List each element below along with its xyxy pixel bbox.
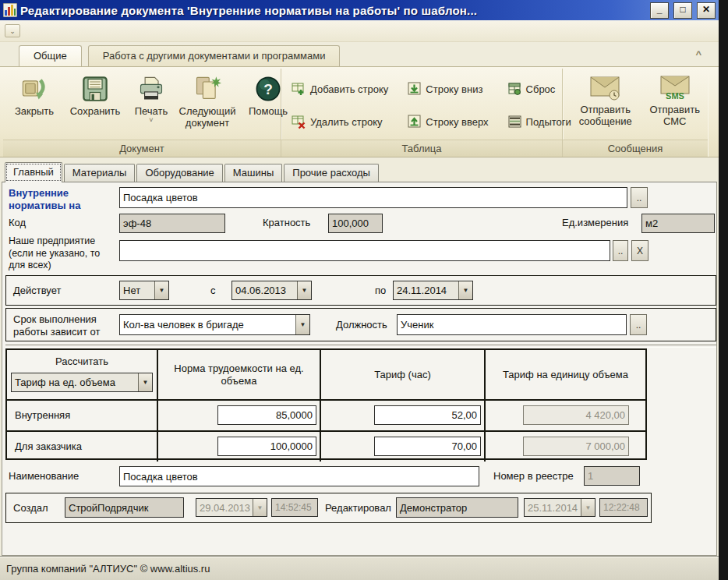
ribbon-group-document: Закрыть Сохранить (3, 69, 281, 157)
header-cell: Тариф (час) (321, 350, 486, 399)
from-date-select[interactable]: 04.06.2013 ▼ (231, 281, 312, 300)
tab-main[interactable]: Главный (5, 162, 62, 182)
chevron-down-icon: ⌄ (9, 27, 16, 35)
table-row-internal: Внутренняя 85,0000 52,00 4 420,00 (7, 401, 645, 432)
norm-input[interactable]: Посадка цветов (119, 187, 627, 208)
maximize-icon: □ (680, 5, 685, 14)
customer-rate-input[interactable]: 70,00 (374, 437, 481, 456)
minimize-icon: _ (657, 5, 663, 14)
active-select[interactable]: Нет ▼ (119, 281, 169, 300)
depends-select[interactable]: Кол-ва человек в бригаде ▼ (119, 314, 310, 335)
add-row-icon (292, 82, 306, 97)
calc-select[interactable]: Тариф на ед. объема ▼ (11, 373, 153, 392)
close-document-icon (20, 75, 48, 103)
tab-materials[interactable]: Материалы (64, 164, 136, 182)
row-down-icon (407, 82, 422, 97)
svg-text:SMS: SMS (666, 91, 684, 101)
created-time-field: 14:52:45 (271, 498, 318, 517)
company-input[interactable] (119, 240, 610, 261)
internal-rate-input[interactable]: 52,00 (374, 405, 481, 425)
to-date-select[interactable]: 24.11.2014 ▼ (393, 281, 473, 300)
send-sms-button[interactable]: SMS Отправить СМС (645, 72, 705, 140)
tab-machines[interactable]: Машины (224, 164, 282, 182)
edited-date-select: 25.11.2014 ▼ (524, 498, 595, 517)
name-input[interactable]: Посадка цветов (119, 466, 479, 486)
tab-equipment[interactable]: Оборудование (136, 164, 222, 182)
dropdown-arrow-icon[interactable]: ▼ (138, 373, 152, 391)
edited-by-field: Демонстратор (396, 497, 518, 518)
ribbon: Закрыть Сохранить (0, 66, 719, 157)
norm-label: Внутренние нормативы на (9, 187, 114, 213)
dropdown-arrow-icon[interactable]: ▼ (458, 281, 472, 299)
close-icon: ✕ (702, 5, 710, 14)
row-up-button[interactable]: Строку вверх (403, 112, 492, 132)
company-clear-button[interactable]: X (631, 240, 648, 261)
internal-total-field: 4 420,00 (523, 405, 629, 425)
multiplicity-input[interactable]: 100,000 (328, 214, 383, 233)
maximize-button[interactable]: □ (673, 2, 692, 19)
row-down-button[interactable]: Строку вниз (403, 80, 492, 99)
created-by-field: СтройПодрядчик (65, 497, 184, 518)
screen-edge (719, 0, 728, 580)
active-label: Действует (13, 285, 61, 297)
screen: Редактирование документа 'Внутренние нор… (0, 0, 728, 580)
registry-label: Номер в реестре (493, 470, 574, 483)
subtotals-icon (507, 115, 522, 129)
ribbon-group-label-table: Таблица (281, 140, 562, 157)
add-row-button[interactable]: Добавить строку (288, 80, 392, 99)
edited-time-field: 12:22:48 (599, 498, 648, 517)
dropdown-arrow-icon: ▼ (581, 499, 595, 516)
position-browse-button[interactable]: .. (630, 314, 647, 335)
quick-access-menu-button[interactable]: ⌄ (5, 24, 20, 37)
row-label: Внутренняя (15, 409, 70, 422)
header-cell: Тариф на единицу объема (486, 350, 645, 399)
norm-browse-button[interactable]: .. (631, 187, 648, 208)
dropdown-arrow-icon: ▼ (253, 499, 267, 516)
status-bar: Группа компаний "АЛТИУС" © www.altius.ru (0, 556, 719, 580)
minimize-button[interactable]: _ (650, 2, 669, 19)
name-label: Наименование (9, 470, 79, 483)
help-icon: ? (254, 75, 282, 103)
close-button[interactable]: ✕ (697, 2, 716, 19)
unit-input[interactable]: м2 (641, 214, 715, 233)
ribbon-tab-strip: Общие Работа с другими документами и про… (0, 42, 719, 66)
dropdown-arrow-icon[interactable]: ▼ (295, 315, 309, 334)
ribbon-tab-general[interactable]: Общие (19, 45, 82, 66)
tab-other-expenses[interactable]: Прочие расходы (284, 164, 379, 182)
created-label: Создал (13, 502, 48, 515)
position-label: Должность (336, 319, 387, 331)
company-browse-button[interactable]: .. (613, 240, 628, 261)
unit-label: Ед.измерения (562, 217, 628, 229)
position-input[interactable]: Ученик (397, 314, 627, 335)
send-message-icon (588, 75, 623, 101)
code-input[interactable]: эф-48 (119, 214, 225, 233)
ribbon-group-label-messages: Сообщения (563, 140, 708, 157)
send-message-button[interactable]: Отправить сообщение (566, 72, 645, 140)
dropdown-arrow-icon[interactable]: ▼ (297, 281, 311, 299)
company-label: Наше предприятие (если не указано, то дл… (9, 235, 115, 272)
active-groupbox (5, 275, 716, 306)
customer-norm-input[interactable]: 100,0000 (217, 437, 316, 456)
table-row-customer: Для заказчика 100,0000 70,00 7 000,00 (7, 432, 645, 462)
created-date-select: 29.04.2013 ▼ (196, 498, 267, 517)
internal-norm-input[interactable]: 85,0000 (217, 405, 316, 425)
dropdown-arrow-icon[interactable]: ▼ (154, 281, 168, 299)
ribbon-tab-other-docs[interactable]: Работа с другими документами и программа… (88, 45, 341, 66)
customer-total-field: 7 000,00 (523, 437, 629, 456)
delete-row-button[interactable]: Удалить строку (288, 112, 392, 132)
app-window: Редактирование документа 'Внутренние нор… (0, 0, 719, 580)
save-button[interactable]: Сохранить (67, 72, 123, 140)
quick-access-strip: ⌄ (0, 20, 719, 42)
ribbon-collapse-button[interactable]: ^ (691, 47, 706, 62)
rate-table: Рассчитать Тариф на ед. объема ▼ Норма т… (5, 348, 647, 460)
delete-row-icon (292, 115, 306, 129)
ribbon-group-label-document: Документ (3, 140, 281, 157)
close-document-button[interactable]: Закрыть (6, 72, 62, 140)
from-label: с (210, 285, 216, 297)
code-label: Код (9, 217, 26, 229)
ribbon-group-table: Добавить строку Удалить строку (281, 69, 563, 157)
multiplicity-label: Кратность (263, 217, 310, 229)
next-document-button[interactable]: Следующий документ (179, 72, 235, 140)
print-button[interactable]: Печать ˅ (123, 72, 179, 140)
title-bar: Редактирование документа 'Внутренние нор… (0, 0, 719, 20)
